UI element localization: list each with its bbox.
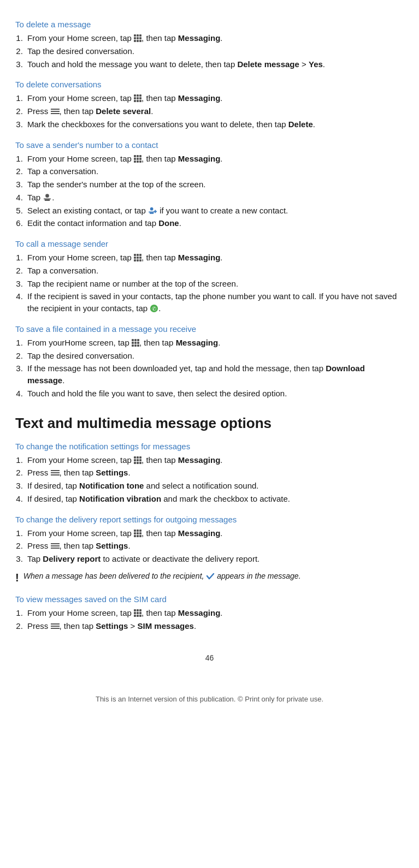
list-item: Tap a conversation. xyxy=(25,165,404,177)
svg-rect-1 xyxy=(44,199,51,200)
section-sim-messages: To view messages saved on the SIM card F… xyxy=(15,594,404,632)
section-call-sender: To call a message sender From your Home … xyxy=(15,239,404,314)
action-bold: Download message xyxy=(27,364,365,385)
list-item: Tap the sender's number at the top of th… xyxy=(25,179,404,191)
svg-text:✆: ✆ xyxy=(152,306,156,312)
list-item: Tap a conversation. xyxy=(25,265,404,277)
action-bold: Delete several xyxy=(96,106,151,116)
list-item: If desired, tap Notification tone and se… xyxy=(25,480,404,492)
action-bold: Notification tone xyxy=(79,481,144,490)
list-item: Select an existing contact, or tap if yo… xyxy=(25,205,404,217)
page-number: 46 xyxy=(15,653,404,662)
footer-text: This is an Internet version of this publ… xyxy=(15,695,404,709)
list-item: From yourHome screen, tap , then tap Mes… xyxy=(25,337,404,349)
action-bold2: SIM messages xyxy=(138,621,194,631)
list-item: Mark the checkboxes for the conversation… xyxy=(25,118,404,130)
list-item: Tap the desired conversation. xyxy=(25,350,404,362)
action-bold: Settings xyxy=(96,468,128,477)
grid-icon xyxy=(134,530,141,537)
action-bold: Done xyxy=(158,218,179,228)
list-item: Tap . xyxy=(25,192,404,204)
grid-icon xyxy=(134,155,141,163)
section-delivery-report: To change the delivery report settings f… xyxy=(15,515,404,565)
svg-rect-5 xyxy=(150,212,154,213)
checkmark-icon xyxy=(206,572,215,580)
menu-icon xyxy=(51,109,60,114)
heading-notification-settings: To change the notification settings for … xyxy=(15,442,404,451)
section-save-file: To save a file contained in a message yo… xyxy=(15,324,404,400)
heading-call-sender: To call a message sender xyxy=(15,239,404,248)
svg-point-3 xyxy=(150,207,154,211)
list-item: From your Home screen, tap , then tap Me… xyxy=(25,454,404,466)
steps-delete-conversations: From your Home screen, tap , then tap Me… xyxy=(25,92,404,130)
grid-icon xyxy=(134,254,141,261)
app-name-bold: Messaging xyxy=(178,528,221,538)
section-delete-conversations: To delete conversations From your Home s… xyxy=(15,80,404,130)
action-bold2: Yes xyxy=(309,60,323,69)
notice-text: When a message has been delivered to the… xyxy=(23,570,301,581)
list-item: From your Home screen, tap , then tap Me… xyxy=(25,607,404,619)
list-item: If the message has not been downloaded y… xyxy=(25,362,404,387)
grid-icon xyxy=(134,94,141,102)
list-item: Tap the recipient name or number at the … xyxy=(25,278,404,290)
heading-delete-message: To delete a message xyxy=(15,20,404,29)
steps-save-sender: From your Home screen, tap , then tap Me… xyxy=(25,153,404,230)
heading-delivery-report: To change the delivery report settings f… xyxy=(15,515,404,524)
list-item: If desired, tap Notification vibration a… xyxy=(25,493,404,505)
heading-save-sender: To save a sender's number to a contact xyxy=(15,140,404,150)
list-item: From your Home screen, tap , then tap Me… xyxy=(25,32,404,44)
list-item: Press , then tap Delete several. xyxy=(25,105,404,117)
list-item: Press , then tap Settings. xyxy=(25,540,404,552)
svg-point-0 xyxy=(46,194,50,198)
list-item: Tap the desired conversation. xyxy=(25,45,404,57)
steps-save-file: From yourHome screen, tap , then tap Mes… xyxy=(25,337,404,400)
grid-icon xyxy=(132,339,139,347)
list-item: From your Home screen, tap , then tap Me… xyxy=(25,252,404,264)
action-bold: Delivery report xyxy=(43,554,101,563)
grid-icon xyxy=(134,34,141,42)
action-bold: Delete xyxy=(288,120,313,129)
list-item: From your Home screen, tap , then tap Me… xyxy=(25,92,404,104)
app-name-bold: Messaging xyxy=(178,33,221,43)
menu-icon xyxy=(51,543,60,549)
grid-icon xyxy=(134,456,141,464)
app-name-bold: Messaging xyxy=(178,253,221,262)
steps-delete-message: From your Home screen, tap , then tap Me… xyxy=(25,32,404,70)
svg-rect-2 xyxy=(45,200,50,201)
heading-delete-conversations: To delete conversations xyxy=(15,80,404,89)
list-item: If the recipient is saved in your contac… xyxy=(25,290,404,314)
notice-text-before: When a message has been delivered to the… xyxy=(23,572,206,580)
list-item: Tap Delivery report to activate or deact… xyxy=(25,553,404,565)
notice-text-after: appears in the message. xyxy=(217,572,300,580)
section-save-sender: To save a sender's number to a contact F… xyxy=(15,140,404,230)
action-bold: Notification vibration xyxy=(79,494,161,503)
steps-notification-settings: From your Home screen, tap , then tap Me… xyxy=(25,454,404,505)
svg-rect-4 xyxy=(149,211,154,212)
grid-icon xyxy=(134,609,141,617)
action-bold: Delete message xyxy=(237,60,299,69)
app-name-bold: Messaging xyxy=(178,608,221,617)
section-notification-settings: To change the notification settings for … xyxy=(15,442,404,505)
notice-row: ! When a message has been delivered to t… xyxy=(15,570,404,585)
steps-call-sender: From your Home screen, tap , then tap Me… xyxy=(25,252,404,314)
app-name-bold: Messaging xyxy=(178,154,221,163)
app-name-bold: Messaging xyxy=(178,455,221,465)
app-name-bold: Messaging xyxy=(176,338,219,347)
list-item: From your Home screen, tap , then tap Me… xyxy=(25,527,404,539)
action-bold: Settings xyxy=(96,541,128,550)
menu-icon xyxy=(51,470,60,475)
list-item: Press , then tap Settings. xyxy=(25,467,404,479)
heading-save-file: To save a file contained in a message yo… xyxy=(15,324,404,334)
list-item: From your Home screen, tap , then tap Me… xyxy=(25,153,404,165)
section-delete-message: To delete a message From your Home scree… xyxy=(15,20,404,70)
menu-icon xyxy=(51,623,60,629)
list-item: Touch and hold the file you want to save… xyxy=(25,388,404,400)
phone-icon: ✆ xyxy=(150,304,158,313)
list-item: Press , then tap Settings > SIM messages… xyxy=(25,620,404,632)
list-item: Touch and hold the message you want to d… xyxy=(25,58,404,70)
notice-icon: ! xyxy=(15,570,19,585)
app-name-bold: Messaging xyxy=(178,93,221,103)
steps-delivery-report: From your Home screen, tap , then tap Me… xyxy=(25,527,404,565)
steps-sim-messages: From your Home screen, tap , then tap Me… xyxy=(25,607,404,632)
list-item: Edit the contact information and tap Don… xyxy=(25,217,404,229)
